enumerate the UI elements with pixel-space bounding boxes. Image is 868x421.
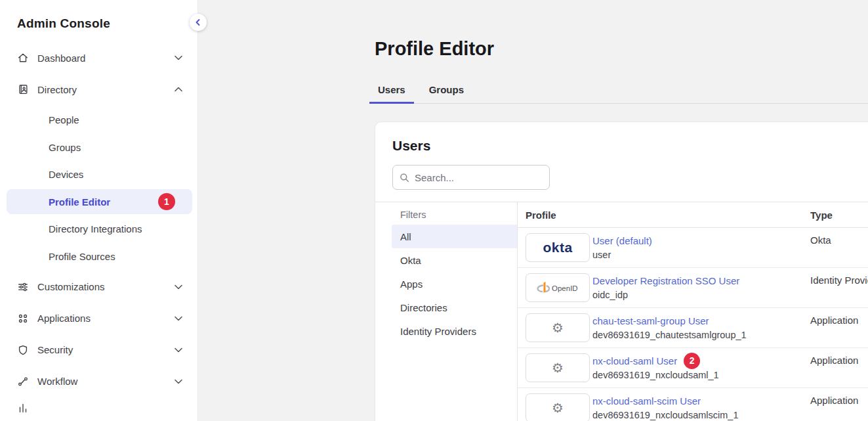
sliders-icon [17, 281, 29, 293]
sidebar-item-label: Customizations [37, 281, 105, 292]
filters-panel: Filters All Okta Apps Directories Identi… [375, 202, 518, 421]
directory-icon [17, 83, 29, 95]
table-row: okta User (default) user Okta [518, 228, 868, 268]
sidebar-subitem-groups[interactable]: Groups [7, 135, 192, 160]
tab-bar: Users Groups [366, 83, 476, 104]
search-box[interactable] [392, 165, 550, 190]
sidebar-item-customizations[interactable]: Customizations [0, 271, 197, 303]
profile-id: dev86931619_nxcloudsamlscim_1 [592, 410, 810, 420]
gear-icon: ⚙ [552, 361, 564, 374]
table-row: OpenID Developer Registration SSO User o… [518, 268, 868, 308]
type-cell: Application [810, 308, 868, 347]
sidebar-subitem-people[interactable]: People [7, 108, 192, 133]
filter-all[interactable]: All [392, 225, 517, 248]
sidebar-item-label: Directory [37, 84, 77, 95]
profile-cell: Developer Registration SSO User oidc_idp [592, 268, 810, 307]
logo-cell: ⚙ [518, 388, 592, 421]
sidebar-subitem-label: Profile Editor [49, 196, 110, 208]
home-icon [17, 52, 29, 64]
page-title: Profile Editor [375, 38, 494, 60]
chevron-up-icon [175, 87, 182, 92]
okta-admin-console: Admin Console Dashboard Directory [0, 0, 868, 421]
filters-label: Filters [375, 205, 517, 225]
profile-cell: chau-test-saml-group User dev86931619_ch… [592, 308, 810, 347]
profile-id: dev86931619_nxcloudsaml_1 [592, 370, 810, 380]
tab-users[interactable]: Users [369, 83, 414, 104]
search-icon [400, 173, 409, 183]
sidebar-item-applications[interactable]: Applications [0, 303, 197, 334]
app-gear-logo[interactable]: ⚙ [526, 313, 590, 342]
type-cell: Application [810, 348, 868, 388]
shield-icon [17, 344, 29, 356]
table-header: Profile Type [518, 202, 868, 228]
profile-cell: User (default) user [592, 228, 810, 267]
app-gear-logo[interactable]: ⚙ [526, 353, 590, 382]
sidebar-item-label: Workflow [37, 376, 77, 387]
profile-cell: nx-cloud-saml-scim User dev86931619_nxcl… [592, 388, 810, 421]
card-title: Users [392, 138, 859, 154]
table-row: ⚙ nx-cloud-saml User 2 dev86931619_nxclo… [518, 348, 868, 388]
type-cell: Application [810, 388, 868, 421]
filter-okta[interactable]: Okta [392, 248, 517, 272]
annotation-badge-2: 2 [684, 353, 700, 369]
svg-text:OpenID: OpenID [552, 284, 578, 292]
gear-icon: ⚙ [552, 321, 564, 334]
sidebar-subitem-label: Devices [49, 169, 83, 180]
profile-link[interactable]: Developer Registration SSO User [592, 275, 739, 286]
table-row: ⚙ chau-test-saml-group User dev86931619_… [518, 308, 868, 348]
tab-groups[interactable]: Groups [421, 83, 472, 104]
openid-logo-graphic: OpenID [534, 280, 581, 295]
type-cell: Okta [810, 228, 868, 267]
users-card: Users Filters All Okta Apps Directories … [375, 122, 868, 421]
column-header-profile: Profile [518, 210, 810, 221]
sidebar-subitem-label: Directory Integrations [49, 223, 142, 234]
app-gear-logo[interactable]: ⚙ [526, 393, 590, 421]
filter-directories[interactable]: Directories [392, 296, 517, 319]
sidebar-item-label: Security [37, 344, 73, 355]
sidebar-collapse-button[interactable] [190, 14, 207, 31]
logo-cell: ⚙ [518, 348, 592, 388]
profile-link[interactable]: User (default) [592, 235, 652, 246]
profile-cell: nx-cloud-saml User 2 dev86931619_nxcloud… [592, 348, 810, 388]
filter-identity-providers[interactable]: Identity Providers [392, 319, 517, 343]
profile-id: user [592, 250, 810, 260]
apps-grid-icon [17, 313, 29, 324]
profile-link[interactable]: chau-test-saml-group User [592, 315, 709, 326]
sidebar-nav: Dashboard Directory People Groups [0, 42, 197, 415]
filter-apps[interactable]: Apps [392, 272, 517, 296]
profile-id: dev86931619_chautestsamlgroup_1 [592, 330, 810, 340]
sidebar-item-directory[interactable]: Directory [0, 74, 197, 105]
logo-cell: ⚙ [518, 308, 592, 347]
logo-cell: okta [518, 228, 592, 267]
sidebar-subitem-profile-sources[interactable]: Profile Sources [7, 244, 192, 269]
sidebar-item-reports-partial[interactable] [17, 402, 197, 415]
workflow-icon [17, 376, 29, 388]
app-title: Admin Console [0, 0, 197, 31]
sidebar-subitem-profile-editor[interactable]: Profile Editor 1 [7, 189, 192, 214]
sidebar-item-workflow[interactable]: Workflow [0, 366, 197, 397]
search-input[interactable] [415, 172, 545, 183]
card-header: Users [375, 122, 868, 202]
chevron-down-icon [175, 316, 182, 321]
sidebar-item-dashboard[interactable]: Dashboard [0, 42, 197, 74]
okta-logo-text: okta [543, 240, 572, 255]
sidebar-subitem-directory-integrations[interactable]: Directory Integrations [7, 217, 192, 242]
gear-icon: ⚙ [552, 401, 564, 414]
logo-cell: OpenID [518, 268, 592, 307]
profile-link[interactable]: nx-cloud-saml User [592, 355, 677, 366]
openid-logo[interactable]: OpenID [526, 273, 590, 302]
profile-link[interactable]: nx-cloud-saml-scim User [592, 395, 701, 407]
okta-logo[interactable]: okta [526, 233, 590, 262]
sidebar-item-security[interactable]: Security [0, 334, 197, 366]
main-content: Profile Editor Users Groups Users Filter… [198, 0, 868, 421]
annotation-badge-1: 1 [158, 193, 175, 210]
column-header-type: Type [810, 210, 868, 221]
sidebar-subitem-label: People [49, 114, 79, 125]
chevron-down-icon [175, 347, 182, 353]
sidebar-subitem-devices[interactable]: Devices [7, 162, 192, 187]
profile-id: oidc_idp [592, 290, 810, 300]
reports-icon [17, 402, 29, 415]
sidebar-subitem-label: Profile Sources [49, 251, 115, 262]
profiles-table: Profile Type okta User (default) user [518, 202, 868, 421]
chevron-down-icon [175, 55, 182, 60]
